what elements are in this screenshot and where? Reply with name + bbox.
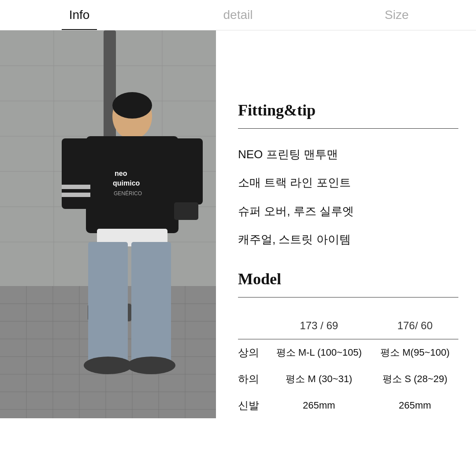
wall-background: neo quimico GENÉRICO: [0, 30, 216, 418]
svg-text:GENÉRICO: GENÉRICO: [114, 190, 142, 197]
row-label-shoe: 신발: [238, 392, 267, 419]
row-bottom-val-1: 평소 M (30~31): [267, 366, 372, 392]
row-top-val-1: 평소 M-L (100~105): [267, 339, 372, 366]
tab-detail[interactable]: detail: [159, 0, 317, 30]
fitting-title: Fitting&tip: [238, 101, 458, 119]
tab-info-label: Info: [69, 8, 90, 22]
svg-rect-34: [62, 193, 90, 197]
table-row: 신발 265mm 265mm: [238, 392, 458, 419]
feature-item-1: NEO 프린팅 맨투맨: [238, 146, 458, 162]
model-col-1: 173 / 69: [267, 315, 372, 339]
svg-rect-31: [62, 138, 90, 209]
svg-rect-32: [174, 138, 203, 205]
svg-text:quimico: quimico: [113, 179, 140, 187]
row-shoe-val-2: 265mm: [372, 392, 458, 419]
svg-rect-33: [62, 185, 90, 189]
table-row: 하의 평소 M (30~31) 평소 S (28~29): [238, 366, 458, 392]
row-top-val-2: 평소 M(95~100): [372, 339, 458, 366]
model-col-2: 176/ 60: [372, 315, 458, 339]
table-row: 상의 평소 M-L (100~105) 평소 M(95~100): [238, 339, 458, 366]
row-bottom-val-2: 평소 S (28~29): [372, 366, 458, 392]
svg-rect-35: [174, 202, 198, 220]
svg-rect-37: [88, 242, 128, 365]
feature-item-4: 캐주얼, 스트릿 아이템: [238, 231, 458, 247]
svg-point-40: [127, 357, 175, 374]
tab-size[interactable]: Size: [317, 0, 476, 30]
feature-list: NEO 프린팅 맨투맨 소매 트랙 라인 포인트 슈퍼 오버, 루즈 실루엣 캐…: [238, 146, 458, 248]
model-col-empty: [238, 315, 267, 339]
model-section: Model 173 / 69 176/ 60 상의 평소 M-L (100~10…: [238, 270, 458, 419]
fitting-divider: [238, 128, 458, 129]
row-label-top: 상의: [238, 339, 267, 366]
svg-point-29: [112, 92, 152, 119]
tab-bar: Info detail Size: [0, 0, 476, 30]
right-content: Fitting&tip NEO 프린팅 맨투맨 소매 트랙 라인 포인트 슈퍼 …: [216, 30, 476, 476]
tab-detail-label: detail: [223, 8, 253, 22]
feature-item-2: 소매 트랙 라인 포인트: [238, 175, 458, 190]
model-title: Model: [238, 270, 458, 288]
row-shoe-val-1: 265mm: [267, 392, 372, 419]
model-divider: [238, 297, 458, 298]
model-table: 173 / 69 176/ 60 상의 평소 M-L (100~105) 평소 …: [238, 315, 458, 419]
tab-info[interactable]: Info: [0, 0, 159, 30]
svg-text:neo: neo: [115, 170, 127, 177]
svg-point-39: [84, 357, 132, 374]
main-content: neo quimico GENÉRICO Fitting&tip NEO 프린팅…: [0, 30, 476, 476]
tab-size-label: Size: [385, 8, 409, 22]
model-table-header: 173 / 69 176/ 60: [238, 315, 458, 339]
svg-rect-38: [131, 242, 171, 365]
fitting-section: Fitting&tip NEO 프린팅 맨투맨 소매 트랙 라인 포인트 슈퍼 …: [238, 101, 458, 248]
model-photo: neo quimico GENÉRICO: [0, 30, 216, 418]
row-label-bottom: 하의: [238, 366, 267, 392]
feature-item-3: 슈퍼 오버, 루즈 실루엣: [238, 203, 458, 219]
